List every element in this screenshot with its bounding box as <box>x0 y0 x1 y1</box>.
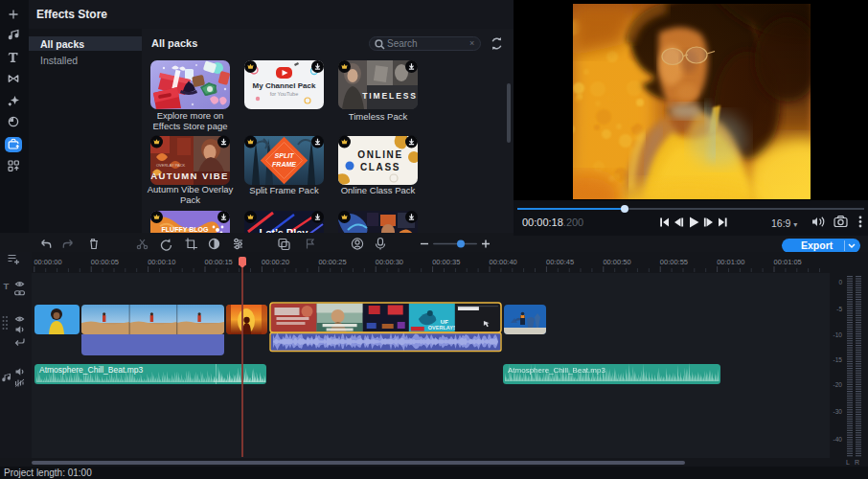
svg-text:00:00:45: 00:00:45 <box>546 258 574 266</box>
svg-text:00:01:05: 00:01:05 <box>774 258 802 266</box>
svg-text:00:00:35: 00:00:35 <box>432 258 460 266</box>
svg-text:00:00:40: 00:00:40 <box>490 258 517 266</box>
svg-text:00:00:25: 00:00:25 <box>318 258 346 266</box>
svg-text:00:01:00: 00:01:00 <box>717 258 744 266</box>
svg-text:-20: -20 <box>834 381 843 388</box>
svg-text:00:00:15: 00:00:15 <box>205 258 233 266</box>
svg-text:0: 0 <box>838 279 842 285</box>
svg-text:-40: -40 <box>834 436 843 443</box>
svg-text:T: T <box>4 281 10 291</box>
svg-text:OVERLAYS: OVERLAYS <box>428 325 457 331</box>
svg-text:00:00:55: 00:00:55 <box>660 258 688 266</box>
svg-text:-10: -10 <box>834 331 843 338</box>
svg-text:00:00:30: 00:00:30 <box>376 258 403 266</box>
svg-text:00:00:10: 00:00:10 <box>148 258 175 266</box>
svg-text:00:00:50: 00:00:50 <box>603 258 630 266</box>
svg-text:00:00:05: 00:00:05 <box>91 258 119 266</box>
svg-text:-15: -15 <box>834 356 843 363</box>
svg-text:-30: -30 <box>834 408 843 415</box>
svg-text:-5: -5 <box>836 306 842 312</box>
svg-text:Atmosphere_Chill_Beat.mp3: Atmosphere_Chill_Beat.mp3 <box>39 365 143 375</box>
svg-text:00:00:20: 00:00:20 <box>262 258 289 266</box>
svg-text:Atmosphere_Chill_Beat.mp3: Atmosphere_Chill_Beat.mp3 <box>508 366 605 375</box>
svg-text:00:00:00: 00:00:00 <box>34 258 61 266</box>
